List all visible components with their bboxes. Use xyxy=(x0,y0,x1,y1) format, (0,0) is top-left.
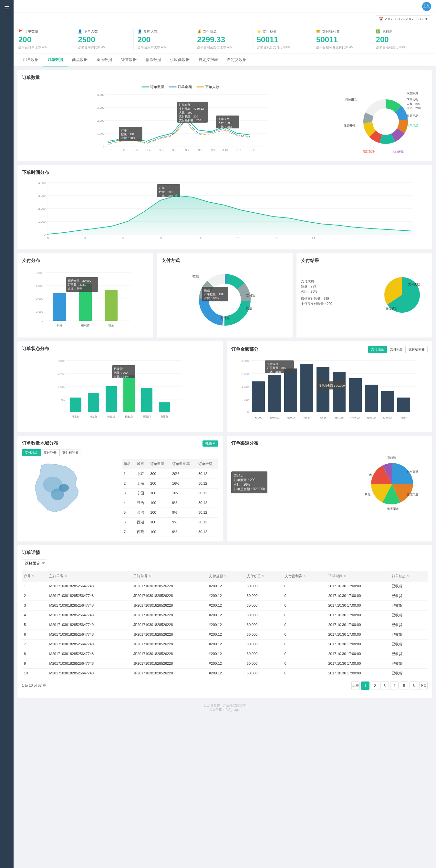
sort-icon-3[interactable]: ⇅ xyxy=(149,575,151,578)
table-cell: 60,000 xyxy=(245,668,283,678)
date-selector[interactable]: 📅 2017.06.12 - 2017.06.12 ▼ xyxy=(376,16,431,22)
page-btn-2[interactable]: 2 xyxy=(371,681,379,690)
table-cell: ¥200.12 xyxy=(207,600,245,610)
svg-text:9.7: 9.7 xyxy=(185,149,190,152)
stat-value-cash: 2299.33 xyxy=(197,35,249,44)
tab-custom-report[interactable]: 自定义报表 xyxy=(194,54,223,66)
amount-tab-points[interactable]: 支付积分 xyxy=(387,346,406,353)
region-table-cell: 宁国 xyxy=(135,488,148,498)
table-cell: 3 xyxy=(22,600,47,610)
china-map-svg xyxy=(22,459,87,523)
svg-text:科技用品: 科技用品 xyxy=(345,98,357,101)
region-title: 订单数量地域分布 xyxy=(22,440,58,446)
header: 工队 xyxy=(13,0,436,13)
main-tabs: 用户数据 订单数据 商品数据 页面数据 渠道数据 物流数据 供应商数据 自定义报… xyxy=(13,54,436,66)
table-cell: 60,000 xyxy=(245,600,283,610)
col-main-order: 主订单号 ⇅ xyxy=(47,571,132,582)
table-cell: 80,000 xyxy=(245,610,283,620)
col-sub-order: 子订单号 ⇅ xyxy=(132,571,207,582)
svg-text:占比：28%: 占比：28% xyxy=(204,297,219,300)
region-table-row: 2上海20016%30.12 xyxy=(122,478,218,488)
svg-text:0: 0 xyxy=(64,410,65,414)
svg-text:12: 12 xyxy=(198,237,202,240)
region-table-row: 5台湾1009%30.12 xyxy=(122,507,218,517)
tab-suppliers[interactable]: 供应商数据 xyxy=(166,54,194,66)
tab-products[interactable]: 商品数据 xyxy=(67,54,92,66)
svg-text:4,000: 4,000 xyxy=(38,181,46,185)
region-table-cell: 5 xyxy=(122,507,135,517)
region-table-cell: 7 xyxy=(122,527,135,537)
region-tab-coupon[interactable]: 支付福利券 xyxy=(59,449,81,456)
table-cell: M201710301828525647749 xyxy=(47,620,132,629)
order-filter-select[interactable]: 选择限定 xyxy=(22,560,47,567)
svg-text:汽车用品: 汽车用品 xyxy=(407,124,418,127)
svg-text:¥1k-3k: ¥1k-3k xyxy=(303,416,310,419)
tab-pages[interactable]: 页面数据 xyxy=(92,54,117,66)
svg-rect-160 xyxy=(333,372,346,412)
sidebar: ☰ xyxy=(0,0,13,868)
order-amount-card: 订单金额部分 支付现金 支付积分 支付福利券 3,000 2,250 1,500… xyxy=(227,341,432,432)
svg-text:下单人数: 下单人数 xyxy=(407,98,418,101)
sort-icon-5[interactable]: ⇅ xyxy=(262,575,264,578)
table-cell: M201710301828525647748 xyxy=(47,659,132,668)
page-btn-6[interactable]: 6 xyxy=(409,681,418,690)
svg-text:¥3k-5k: ¥3k-5k xyxy=(319,416,326,419)
svg-text:服装鞋帽: 服装鞋帽 xyxy=(344,124,355,127)
alipay-count: 支付宝支付数量：200 xyxy=(301,301,376,307)
page-btn-下页[interactable]: 下页 xyxy=(419,681,428,690)
region-filter-btn[interactable]: 城市▼ xyxy=(203,440,218,446)
stat-value-repurchase: 200 xyxy=(138,35,189,44)
page-btn-5[interactable]: 5 xyxy=(400,681,408,690)
table-cell: 已收货 xyxy=(390,620,428,629)
svg-text:9.10: 9.10 xyxy=(223,149,228,152)
tab-custom-data[interactable]: 自定义数据 xyxy=(223,54,251,66)
order-amount-chart: 3,000 2,250 1,500 750 0 xyxy=(231,355,428,427)
donut-chart-container: 家居家具 下单人数 人数：299 占比：28% 家居用品 汽车用品 科技用品 服… xyxy=(344,85,428,157)
svg-text:支付积分：200: 支付积分：200 xyxy=(179,115,198,118)
page-btn-3[interactable]: 3 xyxy=(380,681,389,690)
svg-text:占比：28%: 占比：28% xyxy=(114,375,128,378)
sort-icon-6[interactable]: ⇅ xyxy=(303,575,306,578)
svg-text:¥0-100: ¥0-100 xyxy=(255,416,262,419)
svg-text:15: 15 xyxy=(236,237,239,240)
page-btn-上页[interactable]: 上页 xyxy=(351,681,360,690)
col-seq: 序号 ⇅ xyxy=(22,571,47,582)
table-row: 2M201710301828525647748JF201710301828526… xyxy=(22,591,428,600)
sort-icon[interactable]: ⇅ xyxy=(32,575,34,578)
svg-text:2,250: 2,250 xyxy=(241,372,249,376)
tab-users[interactable]: 用户数据 xyxy=(19,54,43,66)
menu-icon[interactable]: ☰ xyxy=(4,5,9,12)
page-btn-1[interactable]: 1 xyxy=(361,681,370,690)
sort-icon-2[interactable]: ⇅ xyxy=(65,575,67,578)
region-table-cell: 西湖 xyxy=(135,517,148,527)
table-row: 7M201710301828525647748JF201710301828526… xyxy=(22,639,428,649)
svg-text:京东渠道: 京东渠道 xyxy=(407,470,418,473)
stat-buyers: 👤下单人数 2500 占平台用户比率 4% xyxy=(74,29,134,50)
sort-icon-7[interactable]: ⇅ xyxy=(344,575,346,578)
main-content: 工队 📅 2017.06.12 - 2017.06.12 ▼ 🚩订单数量 200… xyxy=(13,0,436,868)
table-cell: M201710301828525647748 xyxy=(47,591,132,600)
stats-row: 🚩订单数量 200 占平台订单比率 4% 👤下单人数 2500 占平台用户比率 … xyxy=(13,25,436,54)
tab-logistics[interactable]: 物流数据 xyxy=(141,54,166,66)
table-cell: 0 xyxy=(283,659,326,668)
table-cell: JF201710301828526228 xyxy=(132,610,207,620)
order-amount-title: 订单金额部分 xyxy=(231,346,258,352)
pay-dist-card: 支付分布 7,000 5,000 3,000 1,000 0 xyxy=(18,253,153,338)
table-cell: 2017.10.30 17:00:00 xyxy=(326,659,390,668)
amount-tab-coupon[interactable]: 支付福利券 xyxy=(406,346,428,353)
table-cell: ¥200.12 xyxy=(207,591,245,600)
avatar: 工队 xyxy=(422,2,431,11)
amount-tab-cash[interactable]: 支付现金 xyxy=(368,346,387,353)
svg-text:支付失败: 支付失败 xyxy=(408,283,420,286)
tab-channels[interactable]: 渠道数据 xyxy=(117,54,141,66)
table-cell: 已收货 xyxy=(390,610,428,620)
region-tab-points[interactable]: 支付积分 xyxy=(41,449,59,456)
pay-method-title: 支付方式 xyxy=(162,258,288,264)
svg-text:已收货: 已收货 xyxy=(125,415,133,418)
tab-orders[interactable]: 订单数据 xyxy=(43,54,67,66)
region-tab-cash[interactable]: 支付现金 xyxy=(22,449,41,456)
sort-icon-8[interactable]: ⇅ xyxy=(407,575,409,578)
table-cell: M201710301828525647748 xyxy=(47,581,132,591)
sort-icon-4[interactable]: ⇅ xyxy=(224,575,227,578)
page-btn-4[interactable]: 4 xyxy=(390,681,399,690)
